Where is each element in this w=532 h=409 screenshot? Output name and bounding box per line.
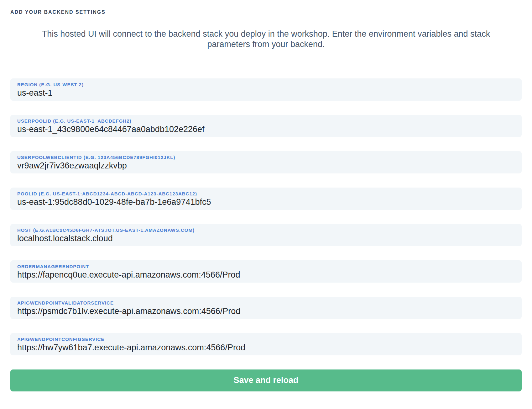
intro-text: This hosted UI will connect to the backe…	[22, 29, 510, 50]
field-poolid-input[interactable]	[17, 197, 515, 207]
field-poolid: POOLID (E.G. US-EAST-1:ABCD1234-ABCD-ABC…	[10, 188, 522, 210]
page-title: ADD YOUR BACKEND SETTINGS	[10, 9, 522, 15]
settings-form: REGION (E.G. US-WEST-2) USERPOOLID (E.G.…	[10, 78, 522, 355]
field-apigwendpointvalidatorservice: APIGWENDPOINTVALIDATORSERVICE	[10, 297, 522, 319]
field-ordermanagerendpoint-input[interactable]	[17, 270, 515, 279]
field-region: REGION (E.G. US-WEST-2)	[10, 78, 522, 101]
field-apigwendpointvalidatorservice-label: APIGWENDPOINTVALIDATORSERVICE	[17, 300, 515, 306]
field-apigwendpointconfigservice-input[interactable]	[17, 343, 515, 352]
field-userpoolwebclientid: USERPOOLWEBCLIENTID (E.G. 123A456BCDE789…	[10, 151, 522, 173]
field-apigwendpointconfigservice-label: APIGWENDPOINTCONFIGSERVICE	[17, 337, 515, 342]
field-poolid-label: POOLID (E.G. US-EAST-1:ABCD1234-ABCD-ABC…	[17, 191, 515, 197]
save-and-reload-button[interactable]: Save and reload	[10, 369, 522, 391]
field-host-input[interactable]	[17, 234, 515, 243]
field-userpoolid: USERPOOLID (E.G. US-EAST-1_ABCDEFGH2)	[10, 115, 522, 137]
field-apigwendpointvalidatorservice-input[interactable]	[17, 306, 515, 316]
field-userpoolid-input[interactable]	[17, 125, 515, 134]
field-ordermanagerendpoint-label: ORDERMANAGERENDPOINT	[17, 264, 515, 269]
field-host-label: HOST (E.G.A1BC2C45D6FGH7-ATS.IOT.US-EAST…	[17, 227, 515, 233]
field-region-input[interactable]	[17, 88, 515, 98]
field-userpoolid-label: USERPOOLID (E.G. US-EAST-1_ABCDEFGH2)	[17, 118, 515, 124]
field-userpoolwebclientid-input[interactable]	[17, 161, 515, 170]
field-apigwendpointconfigservice: APIGWENDPOINTCONFIGSERVICE	[10, 333, 522, 355]
field-ordermanagerendpoint: ORDERMANAGERENDPOINT	[10, 260, 522, 283]
backend-settings-panel: ADD YOUR BACKEND SETTINGS This hosted UI…	[0, 0, 532, 409]
field-host: HOST (E.G.A1BC2C45D6FGH7-ATS.IOT.US-EAST…	[10, 224, 522, 246]
field-region-label: REGION (E.G. US-WEST-2)	[17, 82, 515, 88]
field-userpoolwebclientid-label: USERPOOLWEBCLIENTID (E.G. 123A456BCDE789…	[17, 155, 515, 160]
